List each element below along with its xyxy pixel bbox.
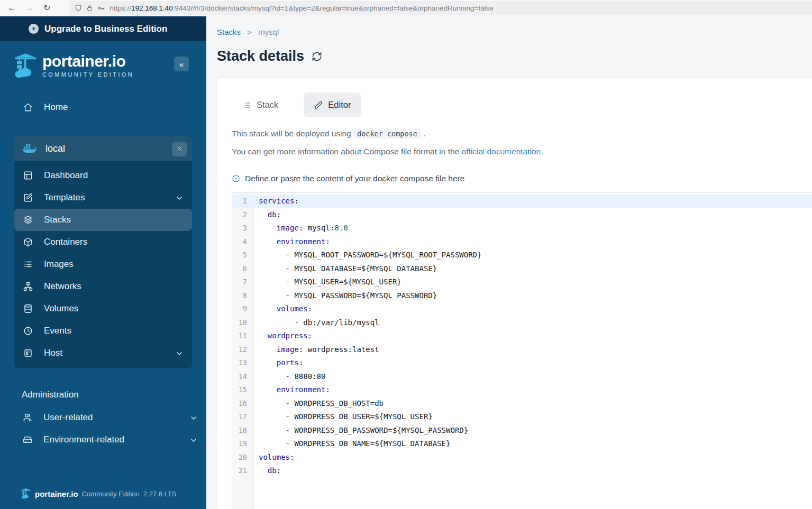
sidebar-item-networks[interactable]: Networks (14, 275, 192, 298)
sidebar-item-images[interactable]: Images (14, 253, 192, 275)
address-bar[interactable]: https://192.168.1.40:9443/#!/3/docker/st… (69, 1, 812, 15)
sidebar-item-dashboard[interactable]: Dashboard (14, 164, 192, 187)
sidebar-item-label: Volumes (44, 303, 184, 314)
line-number: 7 (232, 275, 254, 289)
browser-forward-button[interactable]: → (25, 4, 34, 12)
sidebar-collapse-button[interactable]: « (174, 57, 189, 71)
breadcrumb-current: mysql (258, 27, 279, 36)
tab-editor[interactable]: Editor (304, 92, 361, 117)
official-documentation-link[interactable]: official documentation. (462, 147, 543, 156)
sidebar-footer: portainer.io Community Edition 2.27.6 LT… (21, 488, 176, 499)
layout-icon (23, 171, 33, 180)
code-line[interactable]: 19 - WORDPRESS_DB_NAME=${MYSQL_DATABASE} (232, 437, 812, 451)
sidebar-item-user-related[interactable]: User-related (0, 406, 206, 429)
line-number: 2 (232, 208, 254, 222)
users-icon (23, 413, 32, 422)
breadcrumb-stacks-link[interactable]: Stacks (217, 27, 241, 36)
deploy-info-text: This stack will be deployed using docker… (232, 129, 812, 138)
line-content: - MYSQL_PASSWORD=${MYSQL_PASSWORD} (254, 289, 812, 303)
clock-icon (23, 326, 33, 336)
code-line[interactable]: 5 - MYSQL_ROOT_PASSWORD=${MYSQL_ROOT_PAS… (232, 248, 812, 262)
code-line[interactable]: 21 db: (232, 464, 812, 478)
compose-info-text: You can get more information about Compo… (232, 147, 812, 156)
sidebar-item-events[interactable]: Events (14, 320, 192, 342)
chevron-down-icon (175, 349, 184, 357)
code-line[interactable]: 7 - MYSQL_USER=${MYSQL_USER} (232, 275, 812, 289)
code-line[interactable]: 10 - db:/var/lib/mysql (232, 316, 812, 330)
code-line[interactable]: 1services: (232, 195, 812, 208)
environment-header[interactable]: local (14, 136, 192, 161)
footer-brand: portainer.io (35, 489, 78, 498)
refresh-icon[interactable] (312, 51, 322, 62)
compose-editor[interactable]: 1services:2 db:3 image: mysql:8.04 envir… (232, 192, 812, 509)
key-icon[interactable] (97, 4, 105, 12)
sidebar-item-label: Environment-related (43, 434, 178, 445)
lock-icon[interactable] (86, 5, 93, 12)
code-line[interactable]: 4 environment: (232, 235, 812, 249)
sidebar-item-containers[interactable]: Containers (14, 231, 192, 253)
sidebar-item-label: Events (44, 326, 184, 336)
logo-title: portainer.io (42, 53, 134, 70)
docker-whale-icon (22, 143, 38, 155)
administration-title: Administration (22, 390, 206, 400)
code-line[interactable]: 17 - WORDPRESS_DB_USER=${MYSQL_USER} (232, 410, 812, 424)
line-number: 9 (232, 302, 254, 316)
code-line[interactable]: 18 - WORDPRESS_DB_PASSWORD=${MYSQL_PASSW… (232, 424, 812, 438)
sidebar-item-label: Stacks (44, 215, 184, 225)
line-number: 10 (232, 316, 254, 330)
code-line[interactable]: 20volumes: (232, 451, 812, 465)
code-line[interactable]: 8 - MYSQL_PASSWORD=${MYSQL_PASSWORD} (232, 289, 812, 303)
code-line[interactable]: 13 ports: (232, 356, 812, 370)
portainer-footer-logo-icon (21, 488, 31, 499)
line-number: 21 (232, 464, 254, 478)
code-line[interactable]: 6 - MYSQL_DATABASE=${MYSQL_DATABASE} (232, 262, 812, 276)
sidebar-item-label: Host (44, 348, 164, 358)
list-icon (243, 101, 251, 109)
page-title: Stack details (217, 48, 304, 64)
url-text[interactable]: https://192.168.1.40:9443/#!/3/docker/st… (110, 4, 493, 12)
sidebar-item-label: Home (44, 102, 184, 113)
sidebar: Upgrade to Business Edition portainer.io… (0, 16, 206, 509)
sidebar-item-stacks[interactable]: Stacks (14, 209, 192, 231)
network-icon (23, 282, 33, 291)
shield-icon[interactable] (75, 4, 82, 12)
upgrade-banner[interactable]: Upgrade to Business Edition (0, 16, 206, 41)
sidebar-item-label: Images (44, 259, 184, 270)
line-number: 5 (232, 248, 254, 262)
footer-version: 2.27.6 LTS (143, 490, 177, 498)
code-line[interactable]: 16 - WORDPRESS_DB_HOST=db (232, 397, 812, 411)
line-number: 17 (232, 410, 254, 424)
sidebar-item-environment-related[interactable]: Environment-related (0, 429, 206, 451)
code-line[interactable]: 12 image: wordpress:latest (232, 343, 812, 357)
browser-back-button[interactable]: ← (7, 4, 16, 12)
line-content: db: (254, 208, 812, 222)
info-icon (232, 174, 240, 183)
line-number: 18 (232, 424, 254, 438)
editor-hint: Define or paste the content of your dock… (232, 174, 812, 183)
environment-panel: local DashboardTemplatesStacksContainers… (14, 136, 192, 368)
environment-close-button[interactable] (172, 142, 187, 156)
code-line[interactable]: 9 volumes: (232, 302, 812, 316)
breadcrumb: Stacks > mysql (217, 16, 812, 36)
line-number: 3 (232, 221, 254, 235)
tab-stack[interactable]: Stack (232, 92, 289, 117)
sidebar-item-volumes[interactable]: Volumes (14, 298, 192, 320)
sidebar-item-home[interactable]: Home (14, 96, 192, 118)
home-icon (23, 103, 33, 112)
layers-icon (23, 215, 33, 225)
code-line[interactable]: 15 environment: (232, 383, 812, 397)
line-content: - WORDPRESS_DB_NAME=${MYSQL_DATABASE} (254, 437, 812, 451)
sidebar-item-templates[interactable]: Templates (14, 187, 192, 209)
code-line[interactable]: 14 - 8880:80 (232, 370, 812, 384)
code-line[interactable]: 2 db: (232, 208, 812, 222)
pencil-icon (314, 101, 323, 109)
code-line[interactable]: 3 image: mysql:8.0 (232, 221, 812, 235)
line-content: environment: (254, 235, 812, 249)
browser-reload-button[interactable]: ↻ (43, 4, 50, 12)
administration-menu: User-relatedEnvironment-related (0, 406, 206, 451)
list-icon (23, 260, 33, 269)
line-number: 4 (232, 235, 254, 249)
code-line[interactable]: 11 wordpress: (232, 329, 812, 343)
sidebar-item-host[interactable]: Host (14, 342, 192, 364)
line-content: - MYSQL_DATABASE=${MYSQL_DATABASE} (254, 262, 812, 276)
